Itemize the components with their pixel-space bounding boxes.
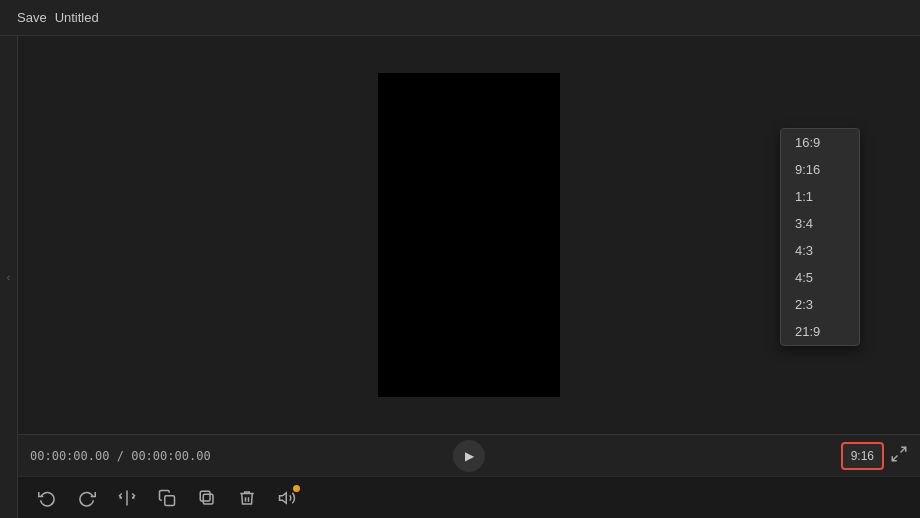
aspect-ratio-option-4-5[interactable]: 4:5 — [781, 264, 859, 291]
save-button[interactable]: Save — [12, 10, 47, 25]
audio-button[interactable] — [274, 485, 300, 511]
video-preview — [378, 73, 560, 397]
trash-icon — [238, 489, 256, 507]
toolbar — [18, 476, 920, 518]
svg-rect-4 — [203, 494, 213, 504]
fullscreen-button[interactable] — [890, 445, 908, 467]
aspect-ratio-option-16-9[interactable]: 16:9 — [781, 129, 859, 156]
project-title: Untitled — [55, 10, 99, 25]
canvas-area: 16:9 9:16 1:1 3:4 4:3 4:5 2:3 21:9 — [18, 36, 920, 434]
svg-marker-6 — [280, 492, 287, 503]
aspect-ratio-option-21-9[interactable]: 21:9 — [781, 318, 859, 345]
play-icon: ▶ — [465, 449, 474, 463]
aspect-ratio-option-3-4[interactable]: 3:4 — [781, 210, 859, 237]
right-controls: 9:16 — [841, 442, 908, 470]
header: Save Untitled — [0, 0, 920, 36]
timecode-display: 00:00:00.00 / 00:00:00.00 — [30, 449, 211, 463]
duplicate-icon — [198, 489, 216, 507]
svg-line-0 — [900, 447, 905, 452]
split-button[interactable] — [114, 485, 140, 511]
aspect-ratio-option-1-1[interactable]: 1:1 — [781, 183, 859, 210]
fullscreen-icon — [890, 445, 908, 467]
controls-bar: 00:00:00.00 / 00:00:00.00 ▶ 9:16 — [18, 434, 920, 476]
undo-icon — [38, 489, 56, 507]
copy-button[interactable] — [154, 485, 180, 511]
timecode-current: 00:00:00.00 — [30, 449, 109, 463]
timecode-separator: / — [117, 449, 131, 463]
audio-badge — [293, 485, 300, 492]
svg-rect-5 — [200, 491, 210, 501]
main-area: ‹ 16:9 9:16 1:1 3:4 4:3 4:5 2:3 21:9 00:… — [0, 36, 920, 518]
aspect-ratio-option-9-16[interactable]: 9:16 — [781, 156, 859, 183]
left-panel-toggle[interactable]: ‹ — [0, 36, 18, 518]
aspect-ratio-button[interactable]: 9:16 — [841, 442, 884, 470]
delete-button[interactable] — [234, 485, 260, 511]
aspect-ratio-dropdown: 16:9 9:16 1:1 3:4 4:3 4:5 2:3 21:9 — [780, 128, 860, 346]
svg-line-1 — [892, 455, 897, 460]
undo-button[interactable] — [34, 485, 60, 511]
content-wrapper: 16:9 9:16 1:1 3:4 4:3 4:5 2:3 21:9 00:00… — [18, 36, 920, 518]
save-label: Save — [17, 10, 47, 25]
timecode-total: 00:00:00.00 — [131, 449, 210, 463]
redo-icon — [78, 489, 96, 507]
svg-rect-3 — [165, 495, 175, 505]
duplicate-button[interactable] — [194, 485, 220, 511]
split-icon — [118, 489, 136, 507]
aspect-ratio-option-4-3[interactable]: 4:3 — [781, 237, 859, 264]
copy-icon — [158, 489, 176, 507]
chevron-left-icon: ‹ — [7, 272, 10, 283]
redo-button[interactable] — [74, 485, 100, 511]
aspect-ratio-option-2-3[interactable]: 2:3 — [781, 291, 859, 318]
play-button[interactable]: ▶ — [453, 440, 485, 472]
